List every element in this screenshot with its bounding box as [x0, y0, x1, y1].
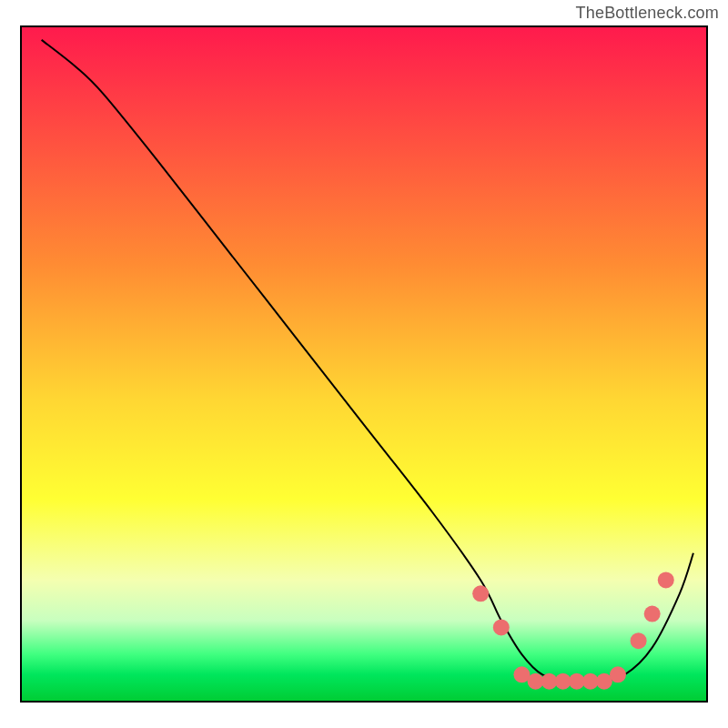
- watermark-text: TheBottleneck.com: [576, 4, 719, 23]
- chart-svg: [0, 0, 728, 728]
- data-marker: [493, 619, 510, 635]
- data-marker: [644, 606, 661, 622]
- chart-background-gradient: [21, 26, 707, 702]
- data-marker: [658, 571, 674, 588]
- data-marker: [472, 585, 489, 602]
- data-marker: [631, 632, 647, 649]
- data-marker: [610, 666, 626, 682]
- bottleneck-chart: TheBottleneck.com: [0, 0, 728, 728]
